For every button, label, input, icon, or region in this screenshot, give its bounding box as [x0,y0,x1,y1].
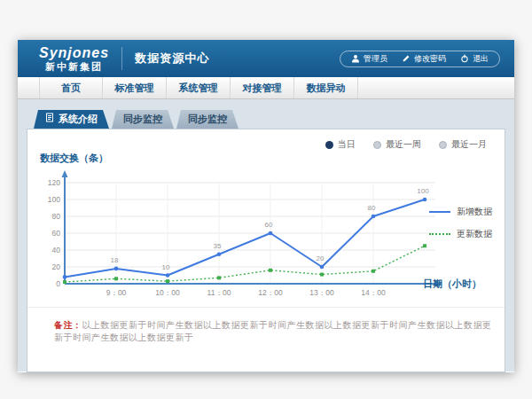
solid-line-icon [429,211,450,213]
chart-panel: 当日 最近一周 最近一月 数据交换（条） 0204060801001209：00… [27,129,505,372]
radio-today[interactable]: 当日 [325,138,356,151]
legend-item-updated-data: 更新数据 [429,228,492,240]
time-range-filter: 当日 最近一周 最近一月 [325,138,487,151]
app-window: Synjones 新中新集团 数据资源中心 管理员 修改密码 退出 首页 标准管… [18,40,514,372]
svg-text:60: 60 [265,221,273,229]
admin-user-button[interactable]: 管理员 [351,53,387,65]
edit-icon [402,54,411,63]
radio-unselected-icon [373,141,381,149]
logo-text: Synjones [39,46,109,60]
svg-text:9：00: 9：00 [106,288,127,297]
chart-legend: 新增数据 更新数据 [429,206,492,250]
nav-item-system-mgmt[interactable]: 系统管理 [167,77,231,98]
svg-text:10: 10 [162,263,170,271]
svg-text:100: 100 [417,187,429,195]
nav-item-data-change[interactable]: 数据异动 [294,77,358,98]
change-password-button[interactable]: 修改密码 [402,53,446,65]
header-divider [121,47,122,70]
svg-text:80: 80 [52,212,61,221]
user-actions-bar: 管理员 修改密码 退出 [340,51,500,67]
page-title: 数据资源中心 [135,51,209,66]
tab-label: 同步监控 [123,113,162,124]
user-icon [351,54,360,63]
svg-text:11：00: 11：00 [207,288,231,297]
svg-text:35: 35 [214,242,222,250]
tab-label: 同步监控 [188,113,227,124]
svg-text:0: 0 [56,279,60,288]
logout-icon [460,54,469,63]
radio-today-label: 当日 [338,138,356,151]
tab-bar: 系统介绍 同步监控 同步监控 [27,110,505,129]
tab-sync-monitor-1[interactable]: 同步监控 [112,110,174,129]
tab-system-intro[interactable]: 系统介绍 [34,110,109,129]
svg-text:12：00: 12：00 [258,288,283,297]
radio-last-week[interactable]: 最近一周 [373,138,421,151]
svg-text:20: 20 [52,262,61,271]
svg-text:80: 80 [368,204,376,212]
y-axis-title: 数据交换（条） [40,152,108,165]
legend-item-new-data: 新增数据 [429,206,492,218]
document-icon [45,110,54,129]
dotted-line-icon [429,233,450,235]
logout-button[interactable]: 退出 [460,53,489,65]
svg-text:120: 120 [48,178,60,187]
svg-text:100: 100 [48,195,60,204]
x-axis-title: 日期（小时） [423,278,481,291]
logout-label: 退出 [473,53,489,65]
line-chart: 0204060801001209：0010：0011：0012：0013：001… [36,168,453,306]
content-area: 系统介绍 同步监控 同步监控 当日 最近一周 [18,99,514,372]
chart-canvas: 0204060801001209：0010：0011：0012：0013：001… [36,168,453,306]
footer-note: 备注：以上数据更新于时间产生数据以上数据更新于时间产生数据以上数据更新于时间产生… [27,307,505,344]
logo-subtitle: 新中新集团 [39,62,109,72]
svg-text:14：00: 14：00 [361,288,386,297]
nav-item-standard-mgmt[interactable]: 标准管理 [103,77,167,98]
legend-label: 新增数据 [457,206,492,218]
nav-item-connection-mgmt[interactable]: 对接管理 [231,77,294,98]
radio-last-month-label: 最近一月 [451,138,487,151]
radio-unselected-icon [439,141,447,149]
nav-item-home[interactable]: 首页 [39,77,103,98]
change-password-label: 修改密码 [414,53,446,65]
radio-last-month[interactable]: 最近一月 [439,138,487,151]
tab-sync-monitor-2[interactable]: 同步监控 [176,110,239,129]
svg-text:18: 18 [111,256,119,264]
main-nav: 首页 标准管理 系统管理 对接管理 数据异动 [18,77,514,99]
note-text: 以上数据更新于时间产生数据以上数据更新于时间产生数据以上数据更新于时间产生数据以… [54,320,492,342]
tab-label: 系统介绍 [59,110,98,129]
radio-last-week-label: 最近一周 [386,138,421,151]
svg-text:20: 20 [317,254,325,262]
company-logo: Synjones 新中新集团 [39,46,109,72]
admin-user-label: 管理员 [364,53,387,65]
svg-text:40: 40 [52,246,61,254]
radio-selected-icon [325,141,333,149]
svg-text:10：00: 10：00 [155,288,180,297]
header-bar: Synjones 新中新集团 数据资源中心 管理员 修改密码 退出 [18,40,514,77]
svg-text:60: 60 [52,229,61,238]
svg-text:13：00: 13：00 [309,288,334,297]
legend-label: 更新数据 [457,228,492,240]
note-label: 备注： [54,320,82,330]
